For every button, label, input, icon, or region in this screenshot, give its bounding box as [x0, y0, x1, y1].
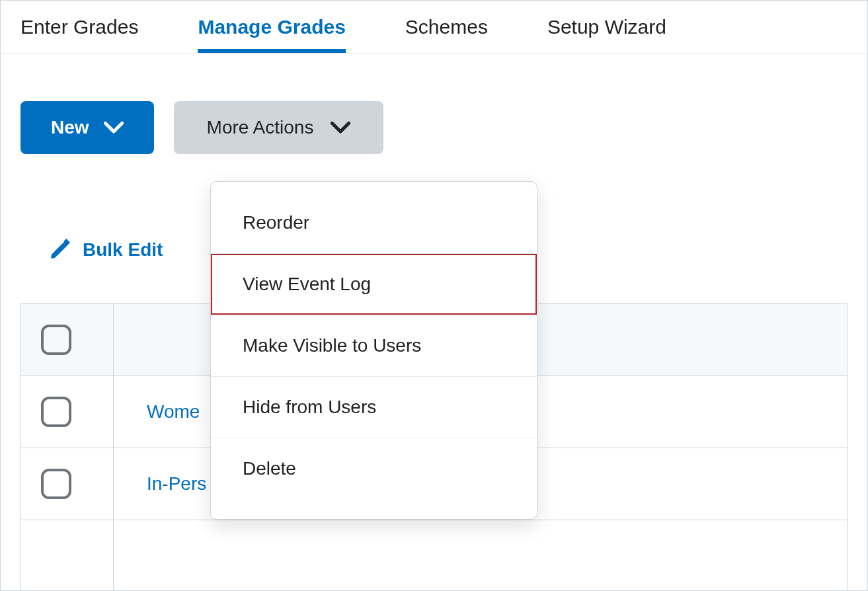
grade-item-link[interactable]: In-Pers [147, 473, 206, 494]
row-checkbox-cell [21, 520, 114, 592]
more-actions-button[interactable]: More Actions [174, 101, 384, 154]
tab-enter-grades[interactable]: Enter Grades [20, 16, 138, 53]
chevron-down-icon [331, 122, 350, 134]
tab-schemes[interactable]: Schemes [405, 16, 488, 53]
menu-item-label: View Event Log [243, 274, 371, 294]
more-actions-menu: Reorder View Event Log Make Visible to U… [210, 181, 537, 520]
pencil-icon [48, 239, 71, 261]
menu-item-label: Delete [243, 458, 296, 479]
menu-item-reorder[interactable]: Reorder [211, 192, 537, 253]
chevron-down-icon [104, 122, 124, 134]
menu-item-hide-from-users[interactable]: Hide from Users [211, 377, 537, 438]
row-checkbox-cell [21, 376, 114, 448]
new-button[interactable]: New [20, 101, 154, 154]
new-button-label: New [51, 117, 89, 138]
menu-item-make-visible[interactable]: Make Visible to Users [211, 315, 537, 376]
tab-setup-wizard[interactable]: Setup Wizard [547, 16, 666, 53]
table-row [21, 520, 848, 592]
row-name-cell [114, 520, 848, 592]
row-checkbox-cell [21, 448, 114, 520]
menu-item-label: Reorder [243, 212, 309, 233]
bulk-edit-button[interactable]: Bulk Edit [48, 239, 163, 261]
page-root: Enter Grades Manage Grades Schemes Setup… [0, 0, 868, 591]
select-all-checkbox[interactable] [41, 325, 71, 355]
menu-item-label: Make Visible to Users [243, 335, 421, 356]
grade-item-link[interactable]: Wome [147, 401, 200, 422]
tab-label: Manage Grades [198, 16, 345, 38]
tab-manage-grades[interactable]: Manage Grades [198, 16, 345, 53]
header-checkbox-cell [21, 304, 114, 376]
menu-item-label: Hide from Users [243, 397, 376, 417]
tabs-nav: Enter Grades Manage Grades Schemes Setup… [1, 1, 867, 54]
tab-label: Schemes [405, 16, 488, 38]
bulk-edit-label: Bulk Edit [83, 239, 163, 260]
row-checkbox[interactable] [41, 397, 71, 427]
row-checkbox[interactable] [41, 469, 71, 499]
menu-item-delete[interactable]: Delete [211, 438, 537, 499]
tab-label: Setup Wizard [547, 16, 666, 38]
toolbar: New More Actions [1, 54, 867, 154]
tab-label: Enter Grades [20, 16, 138, 38]
more-actions-label: More Actions [207, 117, 314, 138]
menu-item-view-event-log[interactable]: View Event Log [211, 254, 537, 315]
